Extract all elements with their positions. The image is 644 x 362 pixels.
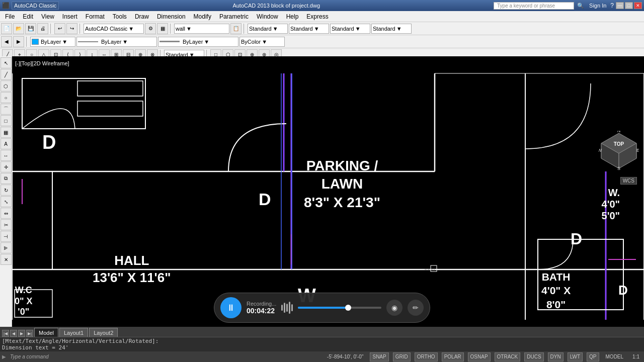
- menu-view[interactable]: View: [37, 12, 58, 21]
- menu-file[interactable]: File: [1, 12, 19, 21]
- maximize-button[interactable]: □: [625, 2, 633, 9]
- lt-trim[interactable]: ✂: [1, 219, 12, 230]
- menu-express[interactable]: Express: [302, 12, 332, 21]
- lt-line[interactable]: ╱: [1, 69, 12, 80]
- lt-text[interactable]: A: [1, 138, 12, 149]
- otrack-btn[interactable]: OTRACK: [495, 352, 521, 361]
- linetype-dropdown[interactable]: ByLayer▼: [76, 37, 157, 47]
- lt-copy[interactable]: ⧉: [1, 173, 12, 184]
- menu-tools[interactable]: Tools: [109, 12, 131, 21]
- toolbar-row-2: ◀ ▶ ByLayer▼ ByLayer▼ ByLayer▼ ByColor▼: [0, 35, 644, 48]
- sign-in-btn[interactable]: Sign In: [589, 3, 606, 9]
- pause-icon: ⏸: [226, 303, 235, 313]
- ortho-btn[interactable]: ORTHO: [415, 352, 438, 361]
- lt-pline[interactable]: ⬡: [1, 80, 12, 92]
- menu-modify[interactable]: Modify: [190, 12, 215, 21]
- lt-arc[interactable]: ⌒: [1, 104, 12, 115]
- lt-offset[interactable]: ⫸: [1, 242, 12, 253]
- progress-thumb[interactable]: [345, 305, 351, 311]
- grid-btn[interactable]: GRID: [393, 352, 411, 361]
- status-bottom: ▶ Type a command -5'-894-10', 0'-0" SNAP…: [0, 351, 644, 362]
- menu-parametric[interactable]: Parametric: [215, 12, 253, 21]
- qp-btn[interactable]: QP: [587, 352, 599, 361]
- customize-btn[interactable]: ▦: [157, 23, 168, 34]
- close-button[interactable]: ✕: [634, 2, 642, 9]
- title-bar-left: ⬛ AutoCAD Classic: [2, 2, 59, 10]
- layer-prev[interactable]: ◀: [1, 36, 12, 47]
- camera-button[interactable]: ◉: [386, 300, 403, 316]
- new-btn[interactable]: 📄: [1, 23, 12, 34]
- ducs-btn[interactable]: DUCS: [524, 352, 543, 361]
- open-btn[interactable]: 📂: [13, 23, 24, 34]
- lt-hatch[interactable]: ▦: [1, 127, 12, 138]
- undo-btn[interactable]: ↩: [54, 23, 65, 34]
- lt-extend[interactable]: ⊣: [1, 231, 12, 242]
- menu-insert[interactable]: Insert: [58, 12, 82, 21]
- search-box[interactable]: Type a keyword or phrase: [494, 2, 574, 10]
- tab-layout1[interactable]: Layout1: [59, 328, 88, 337]
- tab-model[interactable]: Model: [34, 328, 58, 337]
- lt-select[interactable]: ↖: [1, 57, 12, 68]
- plotstyle-dropdown[interactable]: ByColor▼: [239, 37, 285, 47]
- std-dropdown4[interactable]: Standard▼: [371, 24, 412, 34]
- lwt-btn[interactable]: LWT: [568, 352, 583, 361]
- workspace-dropdown[interactable]: AutoCAD Classic: [12, 2, 59, 10]
- std-dropdown1[interactable]: Standard▼: [248, 24, 288, 34]
- search-icon[interactable]: 🔍: [577, 3, 584, 9]
- svg-rect-1: [77, 81, 143, 96]
- lineweight-dropdown[interactable]: ByLayer▼: [158, 37, 238, 47]
- minimize-button[interactable]: —: [616, 2, 624, 9]
- workspace-selector[interactable]: AutoCAD Classic ▼: [84, 24, 144, 34]
- menu-draw[interactable]: Draw: [131, 12, 153, 21]
- std-dropdown3[interactable]: Standard▼: [330, 24, 370, 34]
- menu-help[interactable]: Help: [282, 12, 303, 21]
- svg-rect-17: [431, 265, 437, 272]
- sep3: [170, 24, 172, 34]
- help-icon[interactable]: ?: [610, 2, 614, 9]
- left-toolbar: ↖ ╱ ⬡ ○ ⌒ □ ▦ A ↔ ✛ ⧉ ↻ ⤡ ⇔ ✂ ⊣ ⫸ ✕: [0, 56, 12, 337]
- command-prompt-icon: ▶: [2, 354, 6, 359]
- wave-bar-1: [281, 305, 283, 311]
- snap-btn[interactable]: SNAP: [370, 352, 388, 361]
- workspace-settings[interactable]: ⚙: [145, 23, 156, 34]
- tab-last-btn[interactable]: ▶|: [26, 330, 33, 337]
- pause-button[interactable]: ⏸: [220, 297, 242, 318]
- lt-rotate[interactable]: ↻: [1, 185, 12, 196]
- audio-wave: [281, 302, 293, 314]
- layer-next[interactable]: ▶: [13, 36, 24, 47]
- color-dropdown[interactable]: ByLayer▼: [30, 37, 75, 47]
- tab-layout2[interactable]: Layout2: [89, 328, 118, 337]
- menu-edit[interactable]: Edit: [19, 12, 37, 21]
- bath-label: BATH 4'0" X 8'0": [541, 270, 571, 311]
- tab-next-btn[interactable]: ▶: [18, 330, 25, 337]
- wave-bar-3: [286, 304, 288, 312]
- lt-scale[interactable]: ⤡: [1, 196, 12, 207]
- lt-dim[interactable]: ↔: [1, 150, 12, 161]
- right-d-label: W.4'0"5'0": [602, 187, 620, 222]
- command-input[interactable]: Type a command: [10, 354, 49, 359]
- progress-track[interactable]: [298, 307, 381, 309]
- std-dropdown2[interactable]: Standard▼: [289, 24, 329, 34]
- lt-erase[interactable]: ✕: [1, 254, 12, 265]
- lt-circle[interactable]: ○: [1, 92, 12, 103]
- menu-dimension[interactable]: Dimension: [153, 12, 190, 21]
- lt-mirror[interactable]: ⇔: [1, 208, 12, 219]
- sep4: [244, 24, 246, 34]
- tab-prev-btn[interactable]: ◀: [10, 330, 17, 337]
- lt-rect[interactable]: □: [1, 115, 12, 126]
- svg-text:S: S: [617, 166, 620, 171]
- osnap-btn[interactable]: OSNAP: [468, 352, 491, 361]
- dyn-btn[interactable]: DYN: [548, 352, 564, 361]
- menu-window[interactable]: Window: [253, 12, 282, 21]
- scale-label: 1:1: [630, 353, 642, 360]
- save-btn[interactable]: 💾: [25, 23, 36, 34]
- layer-dropdown[interactable]: wall ▼: [174, 24, 229, 34]
- menu-format[interactable]: Format: [82, 12, 109, 21]
- polar-btn[interactable]: POLAR: [442, 352, 464, 361]
- pen-button[interactable]: ✏: [408, 300, 424, 316]
- redo-btn[interactable]: ↪: [66, 23, 77, 34]
- tab-first-btn[interactable]: |◀: [2, 330, 9, 337]
- layer-manager[interactable]: 📋: [230, 23, 242, 34]
- lt-move[interactable]: ✛: [1, 161, 12, 172]
- plot-btn[interactable]: 🖨: [37, 23, 48, 34]
